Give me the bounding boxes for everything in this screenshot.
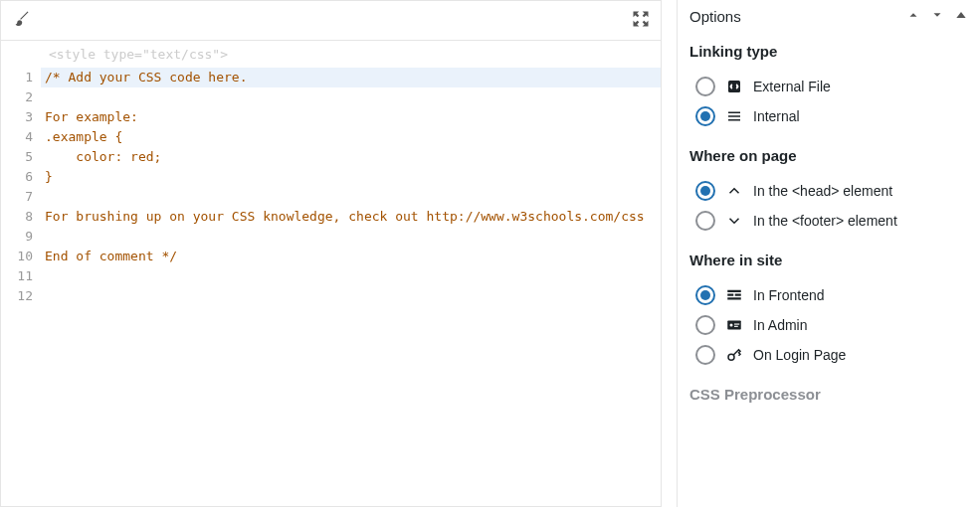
style-open-tag: <style type="text/css"> [1,41,661,68]
option-external-file[interactable]: External File [678,72,980,101]
chevron-down-icon [930,8,944,22]
linking-type-options: External File Internal [678,68,980,137]
option-head[interactable]: In the <head> element [678,176,980,206]
radio-icon [695,181,715,201]
radio-icon [695,285,715,305]
option-label: On Login Page [753,347,846,363]
code-line[interactable] [41,227,661,247]
fullscreen-button[interactable] [631,9,651,32]
code-line[interactable]: End of comment */ [41,247,661,266]
options-title: Options [689,8,741,25]
brush-icon [11,9,31,29]
option-footer[interactable]: In the <footer> element [678,206,980,236]
chevron-up-icon [906,8,920,22]
move-down-button[interactable] [930,8,944,25]
beautify-button[interactable] [11,9,31,32]
option-label: In Admin [753,317,807,333]
code-line[interactable]: color: red; [41,147,661,167]
linking-type-title: Linking type [678,33,980,68]
editor-body: <style type="text/css"> 123456789101112 … [1,41,661,506]
layout-icon [725,286,743,304]
svg-rect-3 [734,324,739,325]
options-header: Options [678,0,980,33]
option-login[interactable]: On Login Page [678,340,980,370]
editor-panel: <style type="text/css"> 123456789101112 … [0,0,662,507]
code-line[interactable] [41,187,661,207]
chevron-down-icon [725,212,743,230]
collapse-button[interactable] [954,8,968,25]
svg-rect-1 [727,321,741,330]
radio-icon [695,345,715,365]
editor-toolbar [1,1,661,41]
code-line[interactable]: .example { [41,127,661,147]
code-line[interactable]: /* Add your CSS code here. [41,68,661,87]
move-up-button[interactable] [906,8,920,25]
preprocessor-title: CSS Preprocessor [678,376,980,411]
triangle-up-icon [954,8,968,22]
code-lines[interactable]: /* Add your CSS code here.For example:.e… [41,68,661,506]
code-line[interactable]: } [41,167,661,187]
radio-icon [695,77,715,96]
code-line[interactable]: For brushing up on your CSS knowledge, c… [41,207,661,227]
line-gutter: 123456789101112 [1,68,41,506]
lines-icon [725,107,743,125]
radio-icon [695,315,715,335]
svg-point-5 [728,354,734,360]
option-label: External File [753,79,831,94]
option-frontend[interactable]: In Frontend [678,280,980,310]
code-line[interactable] [41,266,661,286]
where-on-page-title: Where on page [678,137,980,172]
svg-rect-4 [734,326,738,327]
code-line[interactable] [41,87,661,107]
code-line[interactable] [41,286,661,306]
option-label: Internal [753,108,800,124]
where-in-site-title: Where in site [678,242,980,276]
option-admin[interactable]: In Admin [678,310,980,340]
radio-icon [695,211,715,231]
chevron-up-icon [725,182,743,200]
option-label: In the <footer> element [753,213,897,229]
id-card-icon [725,316,743,334]
code-area[interactable]: 123456789101112 /* Add your CSS code her… [1,68,661,506]
where-on-page-options: In the <head> element In the <footer> el… [678,172,980,242]
fullscreen-icon [631,9,651,29]
file-code-icon [725,78,743,95]
option-internal[interactable]: Internal [678,101,980,131]
where-in-site-options: In Frontend In Admin On Login Page [678,276,980,376]
radio-icon [695,106,715,126]
key-icon [725,346,743,364]
options-panel: Options Linking type External File Inter… [677,0,980,507]
option-label: In the <head> element [753,183,892,199]
option-label: In Frontend [753,287,825,303]
svg-point-2 [730,324,733,327]
code-line[interactable]: For example: [41,107,661,127]
